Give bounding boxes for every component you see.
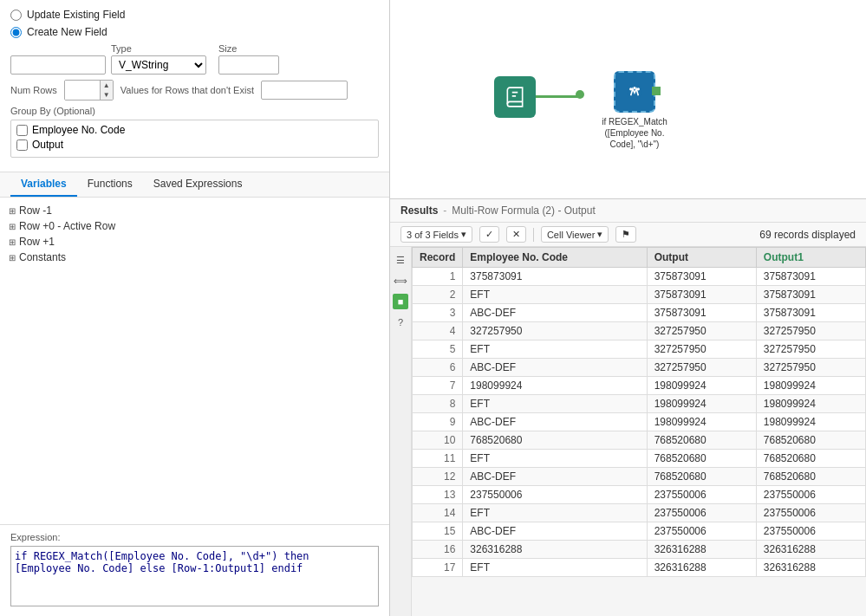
results-toolbar: 3 of 3 Fields ▾ ✓ ✕ Cell Viewer ▾ ⚑ 69 r…: [390, 223, 866, 247]
cell-record: 15: [413, 522, 463, 541]
size-input[interactable]: 21474836: [218, 55, 279, 75]
cell-emp-code: ABC-DEF: [463, 413, 647, 431]
table-row: 17 EFT 326316288 326316288: [413, 559, 866, 577]
table-row: 13 237550006 237550006 237550006: [413, 486, 866, 504]
records-count: 69 records displayed: [759, 229, 856, 241]
cell-record: 17: [413, 559, 463, 577]
table-row: 4 327257950 327257950 327257950: [413, 322, 866, 340]
update-existing-row: Update Existing Field: [10, 9, 379, 21]
sidebar-active-icon[interactable]: ■: [393, 294, 408, 309]
emp-code-checkbox[interactable]: [16, 125, 28, 136]
cell-output: 327257950: [647, 359, 756, 377]
data-table: Record Employee No. Code Output Output1 …: [412, 247, 866, 577]
node-1[interactable]: [494, 76, 536, 118]
checkbox-emp-code-row: Employee No. Code: [16, 124, 373, 136]
sidebar-question-icon[interactable]: ?: [393, 314, 408, 330]
cell-output: 375873091: [647, 268, 756, 286]
table-row: 3 ABC-DEF 375873091 375873091: [413, 304, 866, 322]
cell-record: 3: [413, 304, 463, 322]
cell-record: 2: [413, 286, 463, 304]
cell-output: 327257950: [647, 340, 756, 359]
output-checkbox[interactable]: [16, 139, 28, 151]
cell-viewer-button[interactable]: Cell Viewer ▾: [541, 226, 609, 243]
cell-record: 8: [413, 395, 463, 413]
tab-functions[interactable]: Functions: [77, 172, 143, 197]
table-row: 8 EFT 198099924 198099924: [413, 395, 866, 413]
cell-emp-code: 375873091: [463, 268, 647, 286]
results-dash: -: [443, 204, 446, 217]
cell-output1: 768520680: [756, 468, 865, 486]
tree-row-active[interactable]: ⊞ Row +0 - Active Row: [9, 218, 381, 234]
left-sidebar-results: ☰ ⟺ ■ ?: [390, 247, 412, 616]
table-row: 11 EFT 768520680 768520680: [413, 450, 866, 468]
create-new-row: Create New Field: [10, 26, 379, 38]
table-row: 5 EFT 327257950 327257950: [413, 340, 866, 359]
filter-icon-button[interactable]: ⚑: [615, 226, 636, 243]
type-select[interactable]: V_WString WString String Int32 Double: [111, 55, 206, 75]
group-by-section: Group By (Optional) Employee No. Code Ou…: [10, 106, 379, 158]
group-by-container: Employee No. Code Output: [10, 120, 379, 158]
cell-output1: 768520680: [756, 450, 865, 468]
svg-point-3: [637, 88, 640, 90]
col-header-output: Output: [647, 248, 756, 268]
col-header-emp-code: Employee No. Code: [463, 248, 647, 268]
cell-emp-code: EFT: [463, 504, 647, 522]
values-for-rows-label: Values for Rows that don't Exist: [120, 85, 254, 95]
tree-row-active-label: Row +0 - Active Row: [19, 220, 115, 232]
cell-output1: 375873091: [756, 304, 865, 322]
create-new-radio[interactable]: [10, 27, 22, 38]
right-panel: if REGEX_Match([Employee No.Code], "\d+"…: [390, 0, 866, 616]
numrows-up-arrow[interactable]: ▲: [101, 81, 113, 90]
cell-emp-code: 198099924: [463, 377, 647, 395]
output-field-name-input[interactable]: Output1: [10, 55, 106, 75]
numrows-down-arrow[interactable]: ▼: [101, 90, 113, 100]
expression-label: Expression:: [10, 532, 379, 542]
cell-emp-code: EFT: [463, 395, 647, 413]
cell-output: 326316288: [647, 559, 756, 577]
cell-output: 237550006: [647, 486, 756, 504]
canvas-area: if REGEX_Match([Employee No.Code], "\d+"…: [390, 0, 866, 199]
cell-record: 14: [413, 504, 463, 522]
results-subtitle: Multi-Row Formula (2) - Output: [452, 204, 595, 217]
numrows-arrows: ▲ ▼: [100, 81, 113, 100]
chevron-down-icon: ▾: [461, 229, 466, 240]
tab-saved-expressions[interactable]: Saved Expressions: [143, 172, 253, 197]
tree-constants[interactable]: ⊞ Constants: [9, 250, 381, 265]
cell-record: 7: [413, 377, 463, 395]
table-header-row: Record Employee No. Code Output Output1: [413, 248, 866, 268]
cell-emp-code: EFT: [463, 340, 647, 359]
update-existing-radio[interactable]: [10, 10, 22, 21]
size-label: Size: [218, 43, 279, 54]
svg-point-2: [633, 87, 635, 89]
cell-emp-code: ABC-DEF: [463, 522, 647, 541]
tree-row-plus1[interactable]: ⊞ Row +1: [9, 234, 381, 250]
results-body: ☰ ⟺ ■ ? Record Employee No. Code Output …: [390, 247, 866, 616]
cell-record: 10: [413, 431, 463, 450]
numrows-input[interactable]: 1: [65, 81, 100, 100]
table-row: 12 ABC-DEF 768520680 768520680: [413, 468, 866, 486]
cell-output: 198099924: [647, 413, 756, 431]
cell-emp-code: 237550006: [463, 486, 647, 504]
cell-emp-code: ABC-DEF: [463, 304, 647, 322]
node-2[interactable]: if REGEX_Match([Employee No.Code], "\d+"…: [583, 71, 687, 150]
cell-output1: 198099924: [756, 395, 865, 413]
tree-constants-label: Constants: [19, 251, 66, 263]
cell-record: 6: [413, 359, 463, 377]
values-for-rows-input[interactable]: 0 or Empty: [261, 81, 348, 100]
tab-variables[interactable]: Variables: [10, 172, 77, 197]
cell-emp-code: EFT: [463, 559, 647, 577]
cell-output1: 327257950: [756, 340, 865, 359]
node-2-label: if REGEX_Match([Employee No.Code], "\d+"…: [602, 116, 667, 150]
cell-output: 768520680: [647, 431, 756, 450]
expression-textarea[interactable]: [10, 546, 379, 606]
x-icon-button[interactable]: ✕: [506, 226, 526, 243]
check-icon-button[interactable]: ✓: [479, 226, 499, 243]
cell-output1: 237550006: [756, 504, 865, 522]
fields-dropdown-button[interactable]: 3 of 3 Fields ▾: [400, 226, 472, 243]
type-label: Type: [111, 43, 206, 54]
cell-emp-code: EFT: [463, 450, 647, 468]
sidebar-menu-icon[interactable]: ☰: [393, 252, 408, 268]
tree-row-minus1[interactable]: ⊞ Row -1: [9, 203, 381, 218]
cell-output1: 327257950: [756, 322, 865, 340]
results-header: Results - Multi-Row Formula (2) - Output: [390, 199, 866, 223]
